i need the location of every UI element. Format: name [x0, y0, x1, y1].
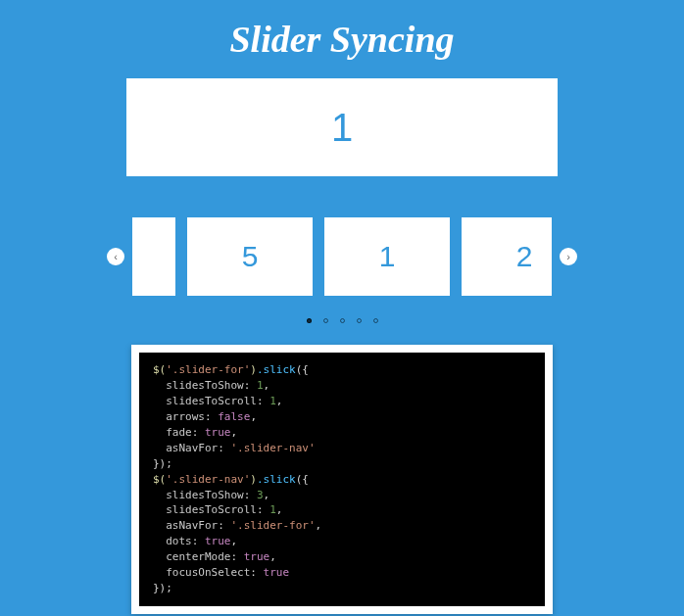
slider-nav: ‹ 45123 › — [107, 217, 577, 296]
slider-for-current-slide: 1 — [126, 78, 558, 176]
nav-slide[interactable]: 4 — [132, 217, 175, 296]
nav-slide[interactable]: 2 — [462, 217, 552, 296]
prev-arrow-icon[interactable]: ‹ — [107, 248, 124, 265]
next-arrow-icon[interactable]: › — [560, 248, 577, 265]
pagination-dot[interactable] — [307, 318, 312, 323]
pagination-dots — [0, 309, 684, 327]
nav-slide[interactable]: 1 — [324, 217, 450, 296]
nav-slide[interactable]: 5 — [187, 217, 313, 296]
code-example-frame: $('.slider-for').slick({ slidesToShow: 1… — [131, 345, 553, 614]
pagination-dot[interactable] — [323, 318, 328, 323]
page-title: Slider Syncing — [0, 0, 684, 71]
code-example: $('.slider-for').slick({ slidesToShow: 1… — [139, 353, 545, 606]
pagination-dot[interactable] — [340, 318, 345, 323]
nav-track: 45123 — [132, 217, 552, 296]
pagination-dot[interactable] — [357, 318, 362, 323]
pagination-dot[interactable] — [373, 318, 378, 323]
